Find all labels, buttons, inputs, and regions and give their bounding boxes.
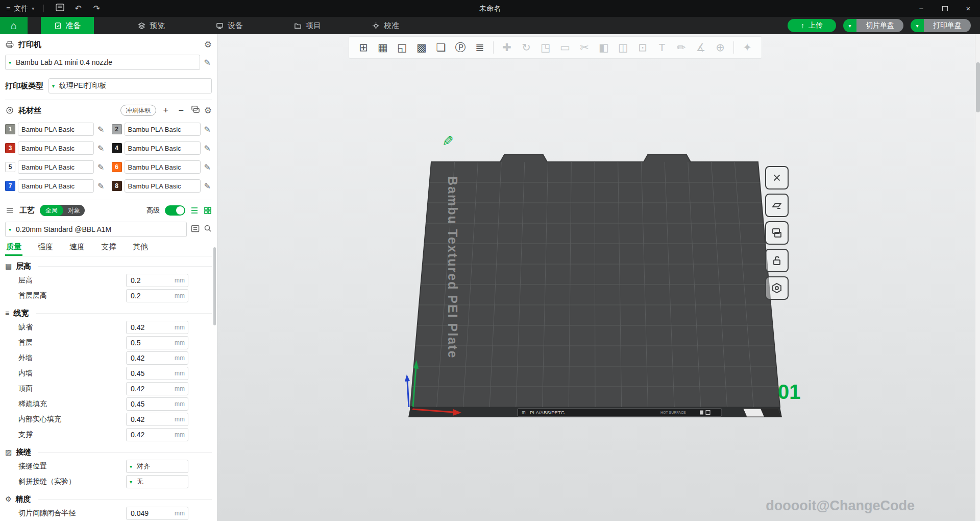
tab-quality[interactable]: 质量 (5, 241, 22, 256)
boolean-icon[interactable]: ⊡ (634, 41, 651, 54)
add-plate-icon[interactable]: ▦ (375, 41, 391, 54)
filament-color-chip[interactable]: 3 (5, 143, 15, 153)
repair-icon[interactable]: ✦ (739, 41, 755, 54)
slice-dropdown-icon[interactable]: ▾ (843, 19, 856, 32)
close-button[interactable]: × (957, 0, 980, 17)
tab-calibration[interactable]: 校准 (365, 17, 406, 34)
filament-name-box[interactable]: Bambu PLA Basic (18, 179, 94, 193)
upload-button[interactable]: ↑ 上传 (788, 19, 836, 32)
mirror-icon[interactable]: ◧ (596, 41, 612, 54)
print-plate-button[interactable]: ▾ 打印单盘 (911, 19, 971, 32)
split-objects-icon[interactable]: ◫ (615, 41, 631, 54)
filament-name-box[interactable]: Bambu PLA Basic (125, 179, 201, 193)
assembly-icon[interactable]: ⊕ (712, 41, 728, 54)
advanced-toggle[interactable] (165, 205, 185, 216)
print-dropdown-icon[interactable]: ▾ (911, 19, 924, 32)
undo-icon[interactable]: ↶ (71, 4, 85, 13)
filament-color-chip[interactable]: 4 (112, 143, 122, 153)
lock-plate-button[interactable] (765, 249, 789, 272)
filament-color-chip[interactable]: 8 (112, 181, 122, 191)
scope-segmented-control[interactable]: 全局 对象 (40, 205, 85, 216)
printer-settings-gear-icon[interactable]: ⚙ (204, 39, 212, 50)
parameter-table-icon[interactable] (190, 206, 199, 215)
measure-icon[interactable]: ∡ (693, 41, 709, 54)
tab-strength[interactable]: 强度 (37, 241, 54, 256)
close-icon (771, 172, 782, 183)
edit-filament-icon[interactable]: ✎ (96, 125, 105, 134)
edit-filament-icon[interactable]: ✎ (203, 162, 212, 172)
minimize-button[interactable]: − (910, 0, 933, 17)
filament-name-box[interactable]: Bambu PLA Basic (18, 141, 94, 155)
scale-icon[interactable]: ◳ (537, 41, 554, 54)
divider (5, 200, 212, 200)
sidebar-scrollbar-thumb[interactable] (213, 247, 216, 325)
slice-plate-button[interactable]: ▾ 切片单盘 (843, 19, 903, 32)
edit-filament-icon[interactable]: ✎ (96, 144, 105, 153)
process-preset-select[interactable]: ▾ 0.20mm Standard @BBL A1M (5, 222, 187, 237)
filament-name-box[interactable]: Bambu PLA Basic (125, 141, 201, 155)
page-scrollbar-thumb[interactable] (976, 62, 980, 112)
tab-others[interactable]: 其他 (132, 241, 149, 256)
tab-support[interactable]: 支撑 (100, 241, 117, 256)
redo-icon[interactable]: ↷ (90, 4, 103, 13)
sync-filament-icon[interactable] (191, 105, 200, 115)
tab-preview[interactable]: 预览 (131, 17, 172, 34)
rotate-icon[interactable]: ↻ (518, 41, 534, 54)
auto-orient-icon[interactable]: ◱ (394, 41, 410, 54)
variable-layer-icon[interactable]: ≣ (472, 41, 488, 54)
save-preset-icon[interactable] (191, 225, 200, 234)
move-icon[interactable]: ✚ (499, 41, 515, 54)
save-icon[interactable] (53, 4, 66, 13)
text-tool-icon[interactable]: T (654, 41, 670, 54)
seam-position-select[interactable]: ▾ 对齐 (126, 460, 188, 473)
plate-visibility-button[interactable] (765, 276, 789, 300)
filament-settings-gear-icon[interactable]: ⚙ (204, 105, 212, 116)
add-object-icon[interactable]: ⊞ (355, 41, 372, 54)
filament-color-chip[interactable]: 1 (5, 124, 15, 134)
edit-printer-icon[interactable]: ✎ (203, 58, 212, 67)
search-icon[interactable] (204, 224, 212, 234)
tab-prepare[interactable]: 准备 (41, 17, 94, 34)
add-filament-button[interactable]: + (160, 105, 172, 116)
flatten-icon[interactable]: ▭ (557, 41, 573, 54)
edit-filament-icon[interactable]: ✎ (203, 125, 212, 134)
tab-speed[interactable]: 速度 (68, 241, 86, 256)
scope-objects[interactable]: 对象 (63, 205, 85, 216)
home-button[interactable]: ⌂ (0, 17, 28, 34)
filament-name-box[interactable]: Bambu PLA Basic (125, 123, 201, 136)
edit-filament-icon[interactable]: ✎ (203, 181, 212, 191)
filament-color-chip[interactable]: 2 (112, 124, 122, 134)
scarf-seam-select[interactable]: ▾ 无 (126, 475, 188, 488)
filament-name-box[interactable]: Bambu PLA Basic (18, 160, 94, 174)
filament-color-chip[interactable]: 6 (112, 162, 122, 172)
maximize-button[interactable] (933, 0, 957, 17)
tab-device[interactable]: 设备 (209, 17, 250, 34)
edit-filament-icon[interactable]: ✎ (96, 162, 105, 172)
compare-presets-icon[interactable] (204, 206, 212, 215)
edit-filament-icon[interactable]: ✎ (203, 144, 212, 153)
edit-filament-icon[interactable]: ✎ (96, 181, 105, 191)
scope-global[interactable]: 全局 (40, 205, 63, 216)
flush-volume-button[interactable]: 冲刷体积 (120, 105, 156, 116)
printer-select[interactable]: ▾ Bambu Lab A1 mini 0.4 nozzle (5, 55, 200, 70)
plate-type-select[interactable]: ▾ 纹理PEI打印板 (48, 78, 212, 93)
paint-icon[interactable]: ✏ (673, 41, 690, 54)
split-plate-icon[interactable]: ❏ (433, 41, 449, 54)
filament-name-box[interactable]: Bambu PLA Basic (125, 160, 201, 174)
cut-icon[interactable]: ✂ (576, 41, 593, 54)
printer-model-value: Bambu Lab A1 mini 0.4 nozzle (16, 58, 112, 66)
paste-icon[interactable]: Ⓟ (452, 40, 469, 55)
edit-plate-button[interactable] (765, 194, 789, 217)
plate-settings-button[interactable] (765, 221, 789, 245)
filament-color-chip[interactable]: 7 (5, 181, 15, 191)
rename-plate-pencil-icon[interactable]: ✎ (442, 133, 454, 150)
remove-filament-button[interactable]: − (176, 105, 187, 116)
delete-plate-button[interactable] (765, 166, 789, 190)
viewport-3d[interactable]: Bambu Textured PEI Plate ⊞ PLA/ABS/PETG … (217, 34, 975, 521)
arrange-icon[interactable]: ▩ (413, 41, 430, 54)
filament-color-chip[interactable]: 5 (5, 162, 15, 172)
chevron-down-icon: ▾ (9, 227, 11, 232)
filament-name-box[interactable]: Bambu PLA Basic (18, 123, 94, 136)
tab-project[interactable]: 项目 (287, 17, 328, 34)
file-menu[interactable]: ≡ 文件 ▾ (6, 4, 34, 13)
